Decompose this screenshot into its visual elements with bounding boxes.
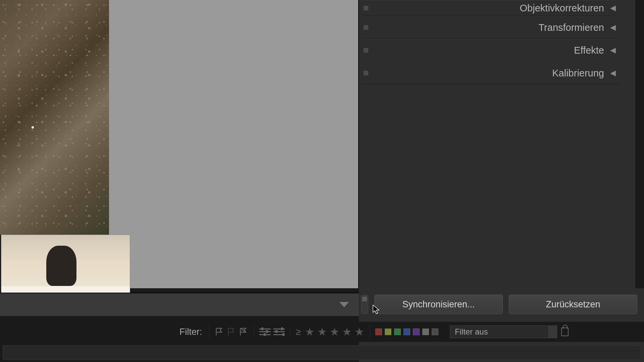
adjust-filter-group xyxy=(254,325,290,339)
panel-title: Effekte xyxy=(375,45,610,56)
color-label-0[interactable] xyxy=(375,328,382,335)
flag-unflagged-icon[interactable] xyxy=(227,327,236,337)
filter-preset-dropdown[interactable]: Filter aus xyxy=(450,325,557,338)
collapse-arrow-icon: ◀ xyxy=(610,69,620,77)
image-preview[interactable] xyxy=(0,0,109,235)
panel-title: Kalibrierung xyxy=(375,68,610,79)
color-label-4[interactable] xyxy=(413,328,420,335)
panel-toggle-switch[interactable] xyxy=(364,6,368,10)
panel-effects[interactable]: Effekte ◀ xyxy=(362,39,620,62)
star-5[interactable]: ★ xyxy=(355,325,364,338)
right-panel-scrollbar[interactable] xyxy=(635,0,644,288)
panel-calibration[interactable]: Kalibrierung ◀ xyxy=(362,62,620,84)
panel-toggle-switch[interactable] xyxy=(364,25,368,30)
filter-bar: Filter: ≥ ★ ★ ★ ★ ★ Filter aus xyxy=(0,322,644,342)
collapse-arrow-icon: ◀ xyxy=(610,23,620,32)
filter-lock-icon[interactable] xyxy=(561,327,569,336)
expand-toolbar-icon[interactable] xyxy=(339,302,349,307)
filmstrip[interactable] xyxy=(3,345,641,360)
color-label-group xyxy=(370,325,444,339)
panel-toggle-switch[interactable] xyxy=(364,71,368,75)
collapse-arrow-icon: ◀ xyxy=(610,46,620,55)
panel-toggle-switch[interactable] xyxy=(364,48,368,53)
panel-lens-corrections[interactable]: Objektivkorrekturen ◀ xyxy=(362,0,620,16)
star-1[interactable]: ★ xyxy=(305,325,315,338)
star-4[interactable]: ★ xyxy=(342,325,352,338)
star-2[interactable]: ★ xyxy=(317,325,327,338)
panel-title: Objektivkorrekturen xyxy=(375,3,610,14)
sync-button[interactable]: Synchronisieren... xyxy=(374,295,503,314)
sliders-icon[interactable] xyxy=(259,327,271,336)
action-buttons: Synchronisieren... Zurücksetzen xyxy=(359,295,644,314)
reset-button[interactable]: Zurücksetzen xyxy=(509,295,637,314)
color-label-2[interactable] xyxy=(394,328,401,335)
filter-label: Filter: xyxy=(179,327,202,337)
panel-transform[interactable]: Transformieren ◀ xyxy=(362,16,620,39)
auto-sync-toggle[interactable] xyxy=(361,295,368,314)
rating-comparator[interactable]: ≥ xyxy=(296,326,301,337)
flag-rejected-icon[interactable] xyxy=(239,327,248,337)
color-label-3[interactable] xyxy=(404,328,410,335)
color-label-1[interactable] xyxy=(385,328,391,335)
sliders-off-icon[interactable] xyxy=(273,327,285,336)
star-3[interactable]: ★ xyxy=(330,325,339,338)
filter-dropdown-label: Filter aus xyxy=(455,327,488,337)
color-label-6[interactable] xyxy=(432,328,438,335)
collapse-arrow-icon: ◀ xyxy=(610,4,620,12)
panel-title: Transformieren xyxy=(375,22,610,33)
toolbar-bottom xyxy=(0,293,359,316)
rating-filter-group: ≥ ★ ★ ★ ★ ★ xyxy=(290,325,370,339)
color-label-5[interactable] xyxy=(422,328,429,335)
flag-filter-group xyxy=(209,325,254,339)
flag-picked-icon[interactable] xyxy=(215,327,224,337)
action-row: Synchronisieren... Zurücksetzen xyxy=(0,291,644,318)
panel-sections: Objektivkorrekturen ◀ Transformieren ◀ E… xyxy=(362,0,620,84)
canvas-background xyxy=(109,0,359,288)
